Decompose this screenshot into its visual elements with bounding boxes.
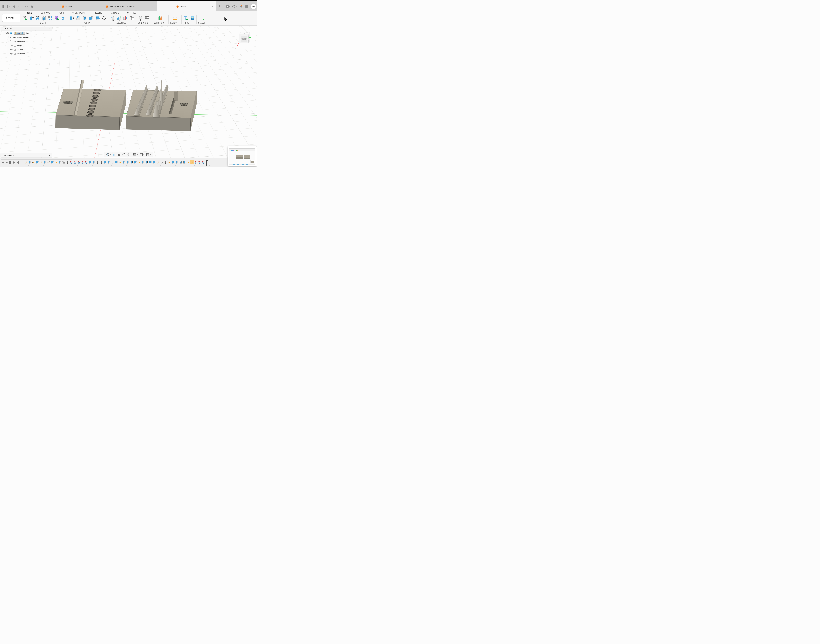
tab-untitled[interactable]: Untitled ✕ bbox=[58, 2, 102, 11]
visibility-eye-icon[interactable] bbox=[10, 49, 12, 51]
split-body-icon[interactable] bbox=[95, 15, 100, 21]
threaded-hole-left[interactable] bbox=[63, 101, 73, 104]
save-icon[interactable] bbox=[12, 5, 15, 8]
press-pull-icon[interactable] bbox=[69, 15, 75, 21]
timeline-feature-extrude[interactable] bbox=[43, 160, 46, 164]
minimize-icon[interactable]: − bbox=[49, 27, 50, 30]
expand-chevron-icon[interactable]: ▸ bbox=[7, 45, 9, 46]
combine-icon[interactable] bbox=[89, 15, 94, 21]
timeline-feature-move[interactable] bbox=[100, 160, 103, 164]
zoom-icon[interactable] bbox=[122, 153, 125, 156]
timeline-feature-delete[interactable] bbox=[74, 160, 76, 164]
timeline-feature-move[interactable] bbox=[111, 160, 114, 164]
timeline-feature-move[interactable] bbox=[164, 160, 167, 164]
browser-row-document-settings[interactable]: ▸ ⚙ Document Settings bbox=[7, 35, 32, 39]
timeline-feature-extrude[interactable] bbox=[126, 160, 129, 164]
timeline-feature-sketch[interactable] bbox=[47, 160, 50, 164]
timeline-feature-extrude[interactable] bbox=[145, 160, 148, 164]
configuration-icon[interactable] bbox=[138, 15, 143, 21]
timeline-scrollbar[interactable] bbox=[1, 159, 72, 160]
grid-snap-icon[interactable]: ▼ bbox=[140, 153, 144, 156]
expand-chevron-icon[interactable]: ▾ bbox=[3, 32, 5, 34]
tab-mesh[interactable]: MESH bbox=[54, 11, 68, 15]
skip-start-icon[interactable] bbox=[2, 161, 4, 164]
timeline-feature-extrude[interactable] bbox=[107, 160, 110, 164]
expand-chevron-icon[interactable]: ▸ bbox=[7, 49, 9, 51]
browser-row-origin[interactable]: ▸ Origin bbox=[7, 43, 25, 48]
browser-header[interactable]: « BROWSER − bbox=[1, 26, 52, 31]
generative-design-icon[interactable] bbox=[61, 15, 66, 21]
file-new-icon[interactable]: ▼ bbox=[6, 5, 10, 8]
timeline-feature-copy[interactable] bbox=[62, 160, 65, 164]
timeline-feature-sketch[interactable] bbox=[25, 160, 27, 164]
add-comment-button[interactable]: + bbox=[49, 154, 50, 157]
home-icon[interactable] bbox=[31, 5, 33, 8]
3d-viewport[interactable]: RIGHT ⚙ Z Y X « BROWSER − ▾ boho hair bbox=[0, 26, 257, 167]
visibility-eye-icon[interactable] bbox=[10, 53, 12, 55]
browser-root-row[interactable]: ▾ boho hair bbox=[3, 31, 31, 35]
fillet-icon[interactable] bbox=[76, 15, 81, 21]
stop-icon[interactable] bbox=[9, 161, 11, 164]
body-left-block[interactable] bbox=[55, 80, 126, 130]
tab-sheet-metal[interactable]: SHEET METAL bbox=[68, 11, 90, 15]
revolve-icon[interactable] bbox=[35, 15, 40, 21]
display-settings-icon[interactable]: ▼ bbox=[133, 153, 138, 156]
insert-menu[interactable]: INSERT▼ bbox=[185, 22, 193, 24]
timeline-feature-extrude[interactable] bbox=[36, 160, 38, 164]
tab-surface[interactable]: SURFACE bbox=[37, 11, 54, 15]
joint-icon[interactable] bbox=[123, 15, 128, 21]
create-form-icon[interactable] bbox=[54, 15, 60, 21]
timeline-feature-extrude[interactable] bbox=[92, 160, 95, 164]
select-menu[interactable]: SELECT▼ bbox=[198, 22, 207, 24]
view-cube[interactable]: RIGHT ⚙ Z Y X bbox=[236, 28, 253, 46]
timeline-feature-sketch[interactable] bbox=[157, 160, 159, 164]
notifications-icon[interactable] bbox=[240, 5, 243, 8]
close-icon[interactable]: ✕ bbox=[151, 5, 154, 8]
collapse-panel-icon[interactable]: « bbox=[3, 28, 3, 29]
timeline-feature-move[interactable] bbox=[66, 160, 69, 164]
screen-preview-overlay[interactable] bbox=[228, 146, 257, 166]
assemble-menu[interactable]: ASSEMBLE▼ bbox=[117, 22, 128, 24]
close-icon[interactable]: ✕ bbox=[96, 5, 99, 8]
modify-menu[interactable]: MODIFY▼ bbox=[84, 22, 92, 24]
viewports-icon[interactable]: ▼ bbox=[146, 153, 151, 156]
timeline-feature-extrude[interactable] bbox=[172, 160, 174, 164]
timeline-feature-extrude[interactable] bbox=[175, 160, 178, 164]
construct-menu[interactable]: CONSTRUCT▼ bbox=[154, 22, 167, 24]
fit-icon[interactable]: ▼ bbox=[127, 153, 132, 156]
extensions-icon[interactable] bbox=[226, 5, 230, 8]
bom-table-icon[interactable] bbox=[129, 15, 135, 21]
help-icon[interactable]: ? bbox=[245, 5, 249, 8]
tab-boho-hair[interactable]: boho hair* ✕ bbox=[157, 2, 217, 11]
redo-icon[interactable]: ▼ bbox=[24, 5, 28, 8]
timeline-feature-sketch[interactable] bbox=[119, 160, 121, 164]
timeline-feature-move[interactable] bbox=[96, 160, 99, 164]
timeline-feature-extrude[interactable] bbox=[141, 160, 144, 164]
timeline-feature-delete[interactable] bbox=[81, 160, 84, 164]
configuration-table-icon[interactable] bbox=[144, 15, 150, 21]
select-window-icon[interactable] bbox=[200, 15, 205, 21]
timeline-feature-extrude[interactable] bbox=[104, 160, 106, 164]
timeline-feature-extrude[interactable] bbox=[115, 160, 118, 164]
timeline-feature-delete[interactable] bbox=[202, 160, 204, 164]
inspect-menu[interactable]: INSPECT▼ bbox=[170, 22, 180, 24]
comments-bar[interactable]: COMMENTS + bbox=[1, 153, 52, 157]
create-sketch-icon[interactable] bbox=[22, 15, 28, 21]
timeline-feature-extrude[interactable] bbox=[134, 160, 137, 164]
shell-icon[interactable] bbox=[82, 15, 88, 21]
timeline-feature-extrude[interactable] bbox=[51, 160, 54, 164]
timeline-feature-extrude[interactable] bbox=[149, 160, 152, 164]
timeline-feature-move[interactable] bbox=[160, 160, 163, 164]
canvas-icon[interactable] bbox=[190, 15, 195, 21]
look-at-icon[interactable] bbox=[113, 153, 116, 156]
job-status-icon[interactable]: 1 bbox=[232, 5, 237, 8]
threaded-hole-right[interactable] bbox=[180, 103, 188, 106]
timeline-feature-sketch[interactable] bbox=[32, 160, 35, 164]
pan-icon[interactable] bbox=[117, 153, 120, 156]
step-forward-icon[interactable] bbox=[13, 161, 15, 164]
tab-solid[interactable]: SOLID bbox=[22, 11, 37, 15]
timeline-feature-extrude[interactable] bbox=[28, 160, 31, 164]
close-icon[interactable]: ✕ bbox=[211, 5, 214, 8]
browser-row-sketches[interactable]: ▸ Sketches bbox=[7, 52, 28, 56]
timeline-feature-pattern[interactable] bbox=[179, 160, 182, 164]
